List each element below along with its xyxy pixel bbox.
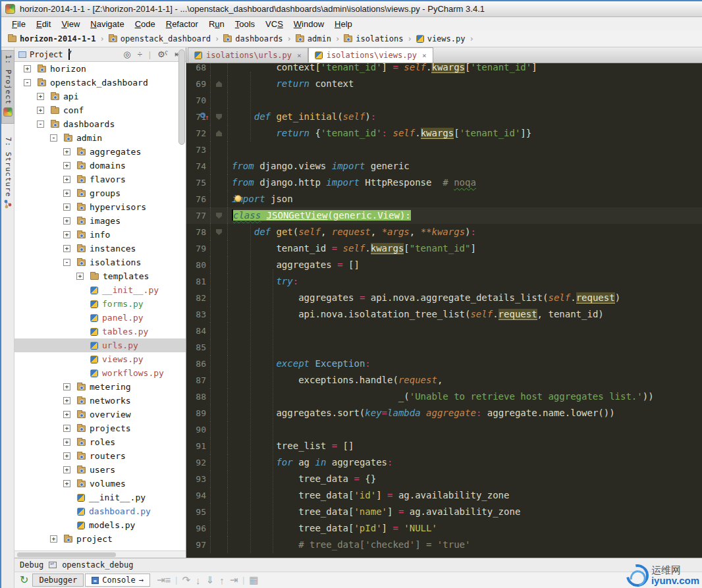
menu-item-code[interactable]: Code (130, 18, 161, 30)
breadcrumb-item-openstack-dashboard[interactable]: openstack_dashboard (107, 34, 212, 43)
tree-toggle-icon[interactable]: + (37, 107, 44, 114)
fold-start-icon[interactable] (216, 229, 222, 235)
tree-item-project[interactable]: +project (14, 532, 186, 546)
tree-item-overview[interactable]: +overview (14, 408, 186, 421)
tool-tab-structure[interactable]: 7: Structure (1, 133, 14, 215)
fold-end-icon[interactable] (216, 130, 222, 136)
tree-item-metering[interactable]: +metering (14, 380, 186, 394)
breadcrumb-item-admin[interactable]: admin (294, 34, 333, 43)
tree-toggle-icon[interactable]: + (63, 162, 70, 169)
tree-item-projects[interactable]: +projects (14, 421, 186, 435)
tree-item-volumes[interactable]: +volumes (14, 477, 186, 491)
tree-item--init-py[interactable]: __init__.py (14, 491, 186, 504)
console-icon[interactable]: ▦ (249, 574, 258, 586)
close-tab-icon[interactable]: × (422, 51, 427, 60)
tree-item-conf[interactable]: +conf (14, 103, 186, 117)
tree-toggle-icon[interactable]: + (63, 231, 70, 238)
tree-item-users[interactable]: +users (14, 463, 186, 477)
fold-end-icon[interactable] (216, 81, 222, 87)
fold-start-icon[interactable] (216, 213, 222, 219)
tool-tab-favorites[interactable]: 2: Favorites (1, 556, 14, 588)
tree-item-roles[interactable]: +roles (14, 435, 186, 449)
tree-item-templates[interactable]: +templates (14, 269, 186, 283)
tree-toggle-icon[interactable]: + (63, 425, 70, 432)
intention-bulb-icon[interactable] (234, 195, 242, 202)
tree-item-horizon[interactable]: +horizon (14, 62, 186, 76)
tree-toggle-icon[interactable]: + (63, 190, 70, 197)
menu-item-file[interactable]: File (7, 18, 31, 30)
menu-item-run[interactable]: Run (203, 18, 230, 30)
editor-tab-isolations-urls-py[interactable]: isolations\urls.py× (188, 47, 308, 63)
debug-tab-debugger[interactable]: Debugger (32, 574, 84, 587)
menu-item-help[interactable]: Help (329, 18, 358, 30)
close-tab-icon[interactable]: × (297, 51, 302, 60)
tree-toggle-icon[interactable]: + (63, 452, 70, 460)
tree-item-panel-py[interactable]: panel.py (14, 311, 186, 325)
code-area[interactable]: 68 context['tenant_id'] = self.kwargs['t… (186, 63, 702, 558)
tree-item-groups[interactable]: +groups (14, 186, 186, 200)
tree-item-workflows-py[interactable]: workflows.py (14, 366, 186, 380)
tool-tab-project[interactable]: 1: Project (1, 50, 14, 124)
tree-item-isolations[interactable]: -isolations (14, 255, 186, 269)
tree-toggle-icon[interactable]: + (63, 439, 70, 446)
tree-item--init-py[interactable]: __init__.py (14, 283, 186, 297)
tree-toggle-icon[interactable]: - (37, 120, 44, 128)
restore-window-icon[interactable] (49, 562, 57, 568)
tree-toggle-icon[interactable]: - (24, 79, 31, 86)
breadcrumb-item-views-py[interactable]: views.py (415, 34, 467, 43)
step-over-icon[interactable]: ↷ (182, 574, 190, 586)
tree-toggle-icon[interactable]: + (63, 245, 70, 252)
tree-toggle-icon[interactable]: - (50, 134, 57, 142)
tree-item-dashboards[interactable]: -dashboards (14, 117, 186, 131)
tree-item-images[interactable]: +images (14, 214, 186, 228)
run-to-cursor-icon[interactable]: ⇥ (230, 574, 238, 586)
tree-item-flavors[interactable]: +flavors (14, 173, 186, 186)
tree-item-admin[interactable]: -admin (14, 131, 186, 145)
tree-toggle-icon[interactable]: + (63, 466, 70, 473)
tree-toggle-icon[interactable]: + (63, 217, 70, 225)
menu-item-tools[interactable]: Tools (230, 18, 260, 30)
tree-item-openstack-dashboard[interactable]: -openstack_dashboard (14, 76, 186, 90)
tree-item-tables-py[interactable]: tables.py (14, 325, 186, 338)
settings-icon[interactable]: ⚙ˁ (157, 49, 168, 59)
breadcrumb-item-dashboards[interactable]: dashboards (222, 34, 284, 43)
step-into-icon[interactable]: ↓ (196, 575, 201, 586)
editor-tab-isolations-views-py[interactable]: isolations\views.py× (308, 47, 433, 63)
tree-toggle-icon[interactable]: + (63, 203, 70, 211)
tree-toggle-icon[interactable]: + (63, 480, 70, 487)
fold-start-icon[interactable] (216, 114, 222, 120)
tree-item-urls-py[interactable]: urls.py (14, 338, 186, 352)
tree-toggle-icon[interactable]: + (63, 411, 70, 418)
tree-item-info[interactable]: +info (14, 228, 186, 242)
locate-icon[interactable]: ◎ (123, 49, 130, 59)
rerun-icon[interactable]: ↻ (20, 575, 28, 585)
force-step-into-icon[interactable]: ⇓ (206, 574, 215, 586)
tree-item-models-py[interactable]: models.py (14, 518, 186, 532)
tree-item-hypervisors[interactable]: +hypervisors (14, 200, 186, 214)
debug-tab-label[interactable]: Debug (20, 560, 43, 570)
step-out-icon[interactable]: ↑ (219, 575, 225, 586)
tree-item-api[interactable]: +api (14, 90, 186, 103)
tree-toggle-icon[interactable]: + (37, 93, 44, 100)
menu-item-edit[interactable]: Edit (31, 18, 56, 30)
tree-toggle-icon[interactable]: + (24, 65, 31, 72)
tree-item-views-py[interactable]: views.py (14, 352, 186, 366)
menu-item-navigate[interactable]: Navigate (85, 18, 129, 30)
tree-horizontal-scrollbar[interactable] (14, 550, 186, 558)
collapse-all-icon[interactable]: ÷ (138, 49, 142, 59)
menu-item-view[interactable]: View (56, 18, 85, 30)
tree-vertical-scrollbar[interactable] (178, 49, 185, 145)
tree-toggle-icon[interactable]: + (76, 273, 84, 280)
tree-item-routers[interactable]: +routers (14, 449, 186, 463)
tree-toggle-icon[interactable]: + (63, 148, 70, 155)
breadcrumb-item-horizon-2014-1-1[interactable]: horizon-2014-1-1 (7, 34, 97, 43)
overriding-method-icon[interactable] (200, 113, 205, 118)
tree-item-domains[interactable]: +domains (14, 159, 186, 173)
menu-item-refactor[interactable]: Refactor (161, 18, 203, 30)
show-execution-point-icon[interactable]: ⇥≡ (157, 574, 171, 586)
tree-item-aggregates[interactable]: +aggregates (14, 145, 186, 159)
tree-toggle-icon[interactable]: + (63, 176, 70, 183)
menu-item-window[interactable]: Window (288, 18, 329, 30)
tree-item-forms-py[interactable]: forms.py (14, 297, 186, 311)
tree-toggle-icon[interactable]: + (63, 383, 70, 390)
